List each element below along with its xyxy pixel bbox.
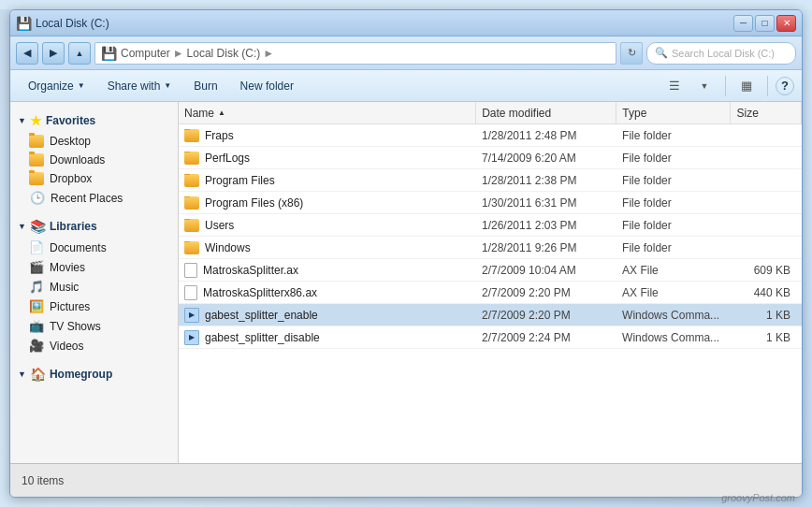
tvshows-icon: 📺 <box>29 319 44 333</box>
breadcrumb-drive[interactable]: Local Disk (C:) <box>187 47 261 60</box>
sidebar-header-homegroup[interactable]: ▼ 🏠 Homegroup <box>10 363 178 385</box>
file-type-cell: AX File <box>616 264 731 277</box>
file-name: Program Files (x86) <box>205 196 303 210</box>
table-row[interactable]: MatroskaSplitter.ax 2/7/2009 10:04 AM AX… <box>179 259 802 282</box>
sidebar-section-libraries: ▼ 📚 Libraries 📄 Documents 🎬 Movies 🎵 <box>10 215 178 355</box>
up-button[interactable]: ▲ <box>68 42 91 65</box>
burn-button[interactable]: Burn <box>183 74 227 98</box>
address-bar[interactable]: 💾 Computer ► Local Disk (C:) ► <box>94 42 616 65</box>
col-header-size[interactable]: Size <box>731 102 802 123</box>
file-type-cell: File folder <box>616 196 731 210</box>
search-box[interactable]: 🔍 Search Local Disk (C:) <box>646 42 796 65</box>
file-date-cell: 1/26/2011 2:03 PM <box>476 219 616 232</box>
videos-icon: 🎥 <box>29 339 44 353</box>
folder-icon <box>184 152 199 165</box>
filelist-header: Name ▲ Date modified Type Size <box>179 102 802 124</box>
file-type-cell: File folder <box>616 152 731 165</box>
col-header-type[interactable]: Type <box>616 102 731 123</box>
toolbar: Organize ▼ Share with ▼ Burn New folder … <box>10 70 802 102</box>
sidebar-item-music[interactable]: 🎵 Music <box>10 277 178 297</box>
sidebar-item-videos[interactable]: 🎥 Videos <box>10 336 178 355</box>
view-toggle-button[interactable]: ☰ <box>661 75 688 97</box>
table-row[interactable]: Fraps 1/28/2011 2:48 PM File folder <box>179 124 802 147</box>
burn-label: Burn <box>194 80 217 93</box>
music-icon: 🎵 <box>29 280 44 294</box>
file-name: Windows <box>205 241 251 254</box>
file-type-cell: File folder <box>616 219 731 232</box>
file-name: PerfLogs <box>205 152 250 165</box>
titlebar: 💾 Local Disk (C:) ─ □ ✕ <box>10 10 802 36</box>
file-name-cell: Fraps <box>179 129 476 142</box>
preview-pane-button[interactable]: ▦ <box>733 75 760 97</box>
toolbar-separator <box>725 76 726 96</box>
file-size-cell: 1 KB <box>731 309 802 322</box>
movies-icon: 🎬 <box>29 260 44 274</box>
file-date-cell: 1/28/2011 9:26 PM <box>476 241 616 254</box>
breadcrumb-computer[interactable]: Computer <box>121 47 170 60</box>
table-row[interactable]: ▶ gabest_splitter_enable 2/7/2009 2:20 P… <box>179 304 802 326</box>
back-button[interactable]: ◀ <box>16 42 38 65</box>
share-button[interactable]: Share with ▼ <box>97 74 182 98</box>
table-row[interactable]: MatroskaSplitterx86.ax 2/7/2009 2:20 PM … <box>179 282 802 304</box>
file-date-cell: 2/7/2009 2:24 PM <box>476 331 616 344</box>
search-icon: 🔍 <box>655 47 668 59</box>
sidebar-item-label-pictures: Pictures <box>50 300 90 313</box>
window-title: Local Disk (C:) <box>36 17 109 30</box>
organize-button[interactable]: Organize ▼ <box>18 74 95 98</box>
file-name: Fraps <box>205 129 234 142</box>
favorites-star-icon: ★ <box>30 113 42 128</box>
refresh-button[interactable]: ↻ <box>620 42 643 65</box>
col-header-date[interactable]: Date modified <box>476 102 616 123</box>
sidebar-item-label-movies: Movies <box>50 261 85 274</box>
statusbar: 10 items <box>10 463 802 497</box>
table-row[interactable]: PerfLogs 7/14/2009 6:20 AM File folder <box>179 147 802 169</box>
maximize-button[interactable]: □ <box>755 15 775 32</box>
newfolder-label: New folder <box>240 80 294 93</box>
view-dropdown-button[interactable]: ▼ <box>691 75 718 97</box>
file-name-cell: Program Files <box>179 174 476 187</box>
sidebar-header-libraries[interactable]: ▼ 📚 Libraries <box>10 215 178 238</box>
file-type-cell: File folder <box>616 129 731 142</box>
help-button[interactable]: ? <box>776 77 794 95</box>
close-button[interactable]: ✕ <box>776 15 796 32</box>
sidebar-item-movies[interactable]: 🎬 Movies <box>10 257 178 277</box>
documents-icon: 📄 <box>29 240 44 254</box>
sidebar-item-tvshows[interactable]: 📺 TV Shows <box>10 316 178 336</box>
sidebar-section-homegroup: ▼ 🏠 Homegroup <box>10 363 178 385</box>
watermark: groovyPost.com <box>721 492 795 503</box>
pictures-icon: 🖼️ <box>29 299 44 313</box>
sidebar-item-recent[interactable]: 🕒 Recent Places <box>10 188 178 208</box>
forward-button[interactable]: ▶ <box>42 42 65 65</box>
share-dropdown-icon: ▼ <box>164 81 171 90</box>
table-row[interactable]: Windows 1/28/2011 9:26 PM File folder <box>179 237 802 259</box>
table-row[interactable]: Users 1/26/2011 2:03 PM File folder <box>179 214 802 237</box>
col-header-name[interactable]: Name ▲ <box>179 102 476 123</box>
file-size-cell: 1 KB <box>731 331 802 344</box>
sidebar-item-documents[interactable]: 📄 Documents <box>10 238 178 257</box>
explorer-window: 💾 Local Disk (C:) ─ □ ✕ ◀ ▶ ▲ 💾 Computer… <box>9 9 803 498</box>
folder-icon <box>184 196 199 210</box>
folder-icon <box>184 241 199 254</box>
libraries-expand-icon: ▼ <box>18 222 26 231</box>
sidebar-header-favorites[interactable]: ▼ ★ Favorites <box>10 109 178 132</box>
table-row[interactable]: Program Files (x86) 1/30/2011 6:31 PM Fi… <box>179 192 802 214</box>
sidebar-item-downloads[interactable]: Downloads <box>10 151 178 169</box>
table-row[interactable]: Program Files 1/28/2011 2:38 PM File fol… <box>179 169 802 192</box>
file-date-cell: 1/30/2011 6:31 PM <box>476 196 616 210</box>
newfolder-button[interactable]: New folder <box>230 74 304 98</box>
sidebar-item-desktop[interactable]: Desktop <box>10 132 178 151</box>
sidebar-item-label-music: Music <box>50 281 79 294</box>
recent-icon: 🕒 <box>30 191 45 205</box>
minimize-button[interactable]: ─ <box>733 15 753 32</box>
file-name: gabest_splitter_disable <box>205 331 320 344</box>
file-size-cell: 609 KB <box>731 264 802 277</box>
file-name-cell: Program Files (x86) <box>179 196 476 210</box>
homegroup-icon: 🏠 <box>30 367 46 382</box>
sidebar-item-pictures[interactable]: 🖼️ Pictures <box>10 297 178 316</box>
cmd-icon: ▶ <box>184 330 199 345</box>
folder-icon <box>184 129 199 142</box>
breadcrumb-arrow-2: ► <box>263 47 274 60</box>
downloads-folder-icon <box>29 153 44 167</box>
table-row[interactable]: ▶ gabest_splitter_disable 2/7/2009 2:24 … <box>179 326 802 349</box>
sidebar-item-dropbox[interactable]: Dropbox <box>10 169 178 188</box>
